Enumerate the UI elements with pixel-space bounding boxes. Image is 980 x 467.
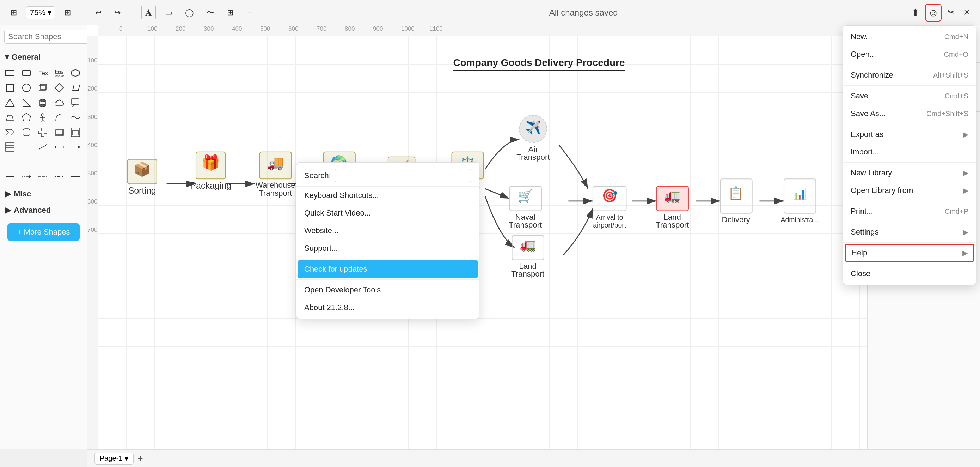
sidebar-section-advanced[interactable]: ▶ Advanced (0, 201, 87, 218)
scissors-btn[interactable]: ✂ (945, 5, 957, 20)
shape-triangle[interactable] (3, 96, 16, 109)
shape-line-thick[interactable] (69, 171, 82, 183)
svg-marker-12 (73, 85, 80, 91)
svg-text:Transport: Transport (656, 220, 689, 229)
menu-new-library[interactable]: New Library ▶ (843, 164, 976, 182)
menu-save-as-shortcut: Cmd+Shift+S (926, 110, 968, 118)
help-shortcuts[interactable]: Keyboard Shortcuts... (296, 186, 479, 204)
svg-rect-0 (6, 70, 14, 76)
add-page-btn[interactable]: + (138, 453, 143, 464)
shape-pentagon[interactable] (20, 111, 33, 124)
page-tab[interactable]: Page-1 ▾ (94, 453, 134, 465)
help-about[interactable]: About 21.2.8... (296, 299, 479, 316)
shape-wave[interactable] (69, 111, 82, 124)
theme-btn[interactable]: ☀ (961, 5, 973, 20)
shape-text[interactable]: Text (36, 67, 49, 80)
menu-divider-3 (843, 124, 976, 124)
more-shapes-btn[interactable]: + More Shapes (7, 223, 80, 241)
shape-chevron[interactable] (3, 126, 16, 139)
shape-line-plain[interactable] (3, 171, 16, 183)
zoom-control[interactable]: 75% ▾ (26, 6, 55, 19)
menu-open-library[interactable]: Open Library from ▶ (843, 182, 976, 199)
face-btn[interactable]: ☺ (925, 4, 942, 22)
menu-open-label: Open... (851, 50, 876, 59)
shape-frame[interactable] (69, 126, 82, 139)
help-website[interactable]: Website... (296, 222, 479, 239)
ellipse-tool-btn[interactable]: ◯ (181, 6, 197, 19)
shape-rect[interactable] (3, 67, 16, 80)
menu-divider-4 (843, 162, 976, 163)
help-devtools[interactable]: Open Developer Tools (296, 281, 479, 299)
menu-divider-1 (843, 65, 976, 65)
menu-save-as[interactable]: Save As... Cmd+Shift+S (843, 105, 976, 123)
rect-tool-btn[interactable]: ▭ (161, 6, 176, 19)
shape-square[interactable] (3, 81, 16, 94)
panels-toggle-btn[interactable]: ⊞ (7, 6, 21, 19)
table-tool-btn[interactable]: ⊞ (223, 6, 237, 19)
shape-double-rect[interactable] (53, 126, 65, 139)
sidebar-section-general[interactable]: ▾ General (0, 48, 87, 65)
shape-s-curve[interactable] (36, 141, 49, 153)
shape-dashed[interactable] (3, 156, 16, 168)
shape-trapezoid[interactable] (3, 111, 16, 124)
help-support[interactable]: Support... (296, 239, 479, 257)
menu-settings[interactable]: Settings ▶ (843, 223, 976, 241)
shape-cross[interactable] (36, 126, 49, 139)
shape-arc[interactable] (53, 111, 65, 124)
insert-tool-btn[interactable]: ＋ (243, 5, 257, 20)
help-shortcuts-label: Keyboard Shortcuts... (304, 191, 379, 200)
help-search-header: Search: (296, 165, 479, 186)
shape-cylinder[interactable] (36, 96, 49, 109)
shape-ellipse[interactable] (69, 67, 82, 80)
help-search-input[interactable] (334, 169, 471, 182)
text-tool-btn[interactable]: 𝐀 (142, 5, 156, 21)
svg-marker-27 (6, 129, 14, 135)
shape-rounded-rect[interactable] (20, 67, 33, 80)
shape-line-dotdash[interactable] (53, 171, 65, 183)
search-input[interactable] (4, 30, 88, 44)
svg-rect-33 (73, 130, 78, 135)
sidebar-section-misc[interactable]: ▶ Misc (0, 185, 87, 201)
svg-marker-47 (29, 175, 31, 178)
menu-export[interactable]: Export as ▶ (843, 126, 976, 143)
shape-right-triangle[interactable] (20, 96, 33, 109)
shape-dash-line[interactable] (20, 141, 33, 153)
svg-text:Packaging: Packaging (190, 180, 231, 190)
help-quickstart[interactable]: Quick Start Video... (296, 204, 479, 222)
shape-heading[interactable]: Headingbody text (53, 67, 65, 80)
shape-cloud[interactable] (53, 96, 65, 109)
shape-arrow-lr[interactable] (53, 141, 65, 153)
shape-arrow-r[interactable] (69, 141, 82, 153)
shape-circle[interactable] (20, 81, 33, 94)
shape-line-arrow[interactable] (20, 171, 33, 183)
menu-new[interactable]: New... Cmd+N (843, 28, 976, 46)
svg-text:body text: body text (55, 75, 64, 77)
svg-point-22 (41, 113, 44, 116)
shape-callout[interactable] (69, 96, 82, 109)
redo-btn[interactable]: ↪ (111, 6, 124, 19)
svg-rect-103 (720, 179, 752, 213)
add-page-icon-btn[interactable]: ⊞ (61, 6, 75, 19)
menu-close[interactable]: Close (843, 265, 976, 282)
shape-list[interactable] (3, 141, 16, 153)
undo-btn[interactable]: ↩ (92, 6, 105, 19)
ruler-vertical: 100 200 300 400 500 600 700 (88, 36, 98, 449)
help-updates[interactable]: Check for updates (298, 260, 478, 278)
menu-open[interactable]: Open... Cmd+O (843, 46, 976, 63)
shape-rounded-square[interactable] (20, 126, 33, 139)
shape-3d-rect[interactable] (36, 81, 49, 94)
menu-help[interactable]: Help ▶ (845, 244, 974, 262)
shape-diamond[interactable] (53, 81, 65, 94)
menu-sync[interactable]: Synchronize Alt+Shift+S (843, 66, 976, 84)
menu-divider-6 (843, 222, 976, 222)
menu-print[interactable]: Print... Cmd+P (843, 202, 976, 220)
svg-text:Transport: Transport (509, 220, 542, 229)
shape-line-dash[interactable] (36, 171, 49, 183)
shape-actor[interactable] (36, 111, 49, 124)
shape-parallelogram[interactable] (69, 81, 82, 94)
draw-tool-btn[interactable]: 〜 (203, 5, 218, 20)
menu-import[interactable]: Import... (843, 143, 976, 161)
menu-save[interactable]: Save Cmd+S (843, 87, 976, 105)
general-label: General (12, 53, 41, 62)
share-btn[interactable]: ⬆ (910, 5, 921, 20)
